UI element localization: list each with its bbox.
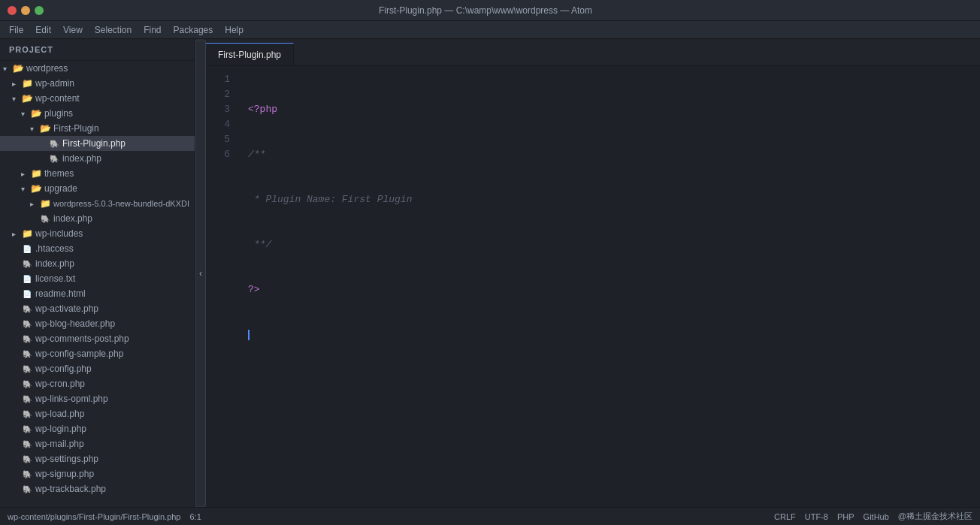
- tree-label-wp-mail: wp-mail.php: [35, 439, 84, 449]
- php-file-icon-1: 🐘: [48, 137, 60, 149]
- tree-label-wp-load: wp-load.php: [35, 409, 84, 419]
- php-file-icon-4: 🐘: [21, 258, 33, 270]
- tree-item-wp-mail[interactable]: 🐘 wp-mail.php: [0, 436, 195, 451]
- tree-item-wp-activate[interactable]: 🐘 wp-activate.php: [0, 301, 195, 316]
- php-file-icon-17: 🐘: [21, 483, 33, 495]
- tree-item-wp-includes[interactable]: 📁 wp-includes: [0, 226, 195, 241]
- sidebar-header: Project: [0, 39, 195, 61]
- tab-label-first-plugin: First-Plugin.php: [218, 50, 281, 60]
- main-area: Project 📂 wordpress 📁 wp-admin 📂: [0, 39, 980, 507]
- collapse-sidebar-button[interactable]: ‹: [195, 39, 206, 507]
- tree-item-index-php-2[interactable]: 🐘 index.php: [0, 211, 195, 226]
- tree-item-plugins[interactable]: 📂 plugins: [0, 106, 195, 121]
- php-file-icon-8: 🐘: [21, 348, 33, 360]
- code-line-4: **/: [248, 237, 974, 252]
- tree-label-wp-cron: wp-cron.php: [35, 379, 85, 389]
- htaccess-icon: 📄: [21, 243, 33, 255]
- tree-label-index-php-1: index.php: [62, 153, 101, 164]
- tree-label-first-plugin-folder: First-Plugin: [53, 123, 99, 134]
- tree-label-wp-settings: wp-settings.php: [35, 454, 98, 464]
- menu-help[interactable]: Help: [219, 23, 250, 37]
- tree-item-wordpress-bundle[interactable]: 📁 wordpress-5.0.3-new-bundled-dKXDI: [0, 196, 195, 211]
- tree-label-wp-trackback: wp-trackback.php: [35, 484, 106, 494]
- code-area[interactable]: <?php /** * Plugin Name: First Plugin **…: [236, 66, 980, 507]
- sidebar-tree[interactable]: 📂 wordpress 📁 wp-admin 📂 wp-content: [0, 61, 195, 507]
- tab-first-plugin[interactable]: First-Plugin.php: [206, 43, 294, 65]
- php-file-icon-9: 🐘: [21, 363, 33, 375]
- tree-item-wp-cron[interactable]: 🐘 wp-cron.php: [0, 376, 195, 391]
- tree-label-wordpress-bundle: wordpress-5.0.3-new-bundled-dKXDI: [53, 199, 189, 208]
- statusbar-position: 6:1: [190, 512, 201, 521]
- folder-open-icon-upgrade: 📂: [30, 183, 42, 195]
- folder-open-icon-first-plugin: 📂: [39, 122, 51, 134]
- tree-item-wp-load[interactable]: 🐘 wp-load.php: [0, 406, 195, 421]
- editor[interactable]: 1 2 3 4 5 6 <?php /** * Plugin Name: Fir…: [206, 66, 980, 507]
- line-num-1: 1: [218, 72, 230, 87]
- close-button[interactable]: [8, 6, 17, 15]
- folder-icon-wordpress-bundle: 📁: [39, 198, 51, 210]
- statusbar-encoding: UTF-8: [805, 512, 828, 521]
- tree-item-wp-signup[interactable]: 🐘 wp-signup.php: [0, 466, 195, 481]
- editor-container: First-Plugin.php 1 2 3 4 5 6 <?php /** *…: [206, 39, 980, 507]
- php-file-icon-16: 🐘: [21, 468, 33, 480]
- tree-item-index-php-3[interactable]: 🐘 index.php: [0, 256, 195, 271]
- statusbar-left: wp-content/plugins/First-Plugin/First-Pl…: [8, 512, 201, 521]
- statusbar-github[interactable]: GitHub: [864, 512, 889, 521]
- menu-edit[interactable]: Edit: [29, 23, 57, 37]
- tree-label-wp-config-sample: wp-config-sample.php: [35, 348, 123, 359]
- menu-file[interactable]: File: [3, 23, 29, 37]
- line-num-3: 3: [218, 102, 230, 117]
- code-line-5: ?>: [248, 282, 974, 297]
- menu-view[interactable]: View: [57, 23, 89, 37]
- tree-label-index-php-3: index.php: [35, 258, 74, 269]
- html-file-icon: 📄: [21, 288, 33, 300]
- tree-item-wp-config[interactable]: 🐘 wp-config.php: [0, 361, 195, 376]
- tree-label-wp-comments-post: wp-comments-post.php: [35, 333, 129, 344]
- tree-item-wp-settings[interactable]: 🐘 wp-settings.php: [0, 451, 195, 466]
- tree-label-index-php-2: index.php: [53, 213, 92, 224]
- menubar: File Edit View Selection Find Packages H…: [0, 21, 980, 39]
- maximize-button[interactable]: [35, 6, 44, 15]
- php-file-icon-15: 🐘: [21, 453, 33, 465]
- tree-label-wp-activate: wp-activate.php: [35, 303, 98, 314]
- line-num-6: 6: [218, 147, 230, 162]
- tree-item-wp-comments-post[interactable]: 🐘 wp-comments-post.php: [0, 331, 195, 346]
- tree-item-upgrade[interactable]: 📂 upgrade: [0, 181, 195, 196]
- titlebar-controls[interactable]: [8, 6, 44, 15]
- tree-item-wp-links-opml[interactable]: 🐘 wp-links-opml.php: [0, 391, 195, 406]
- tree-item-wp-blog-header[interactable]: 🐘 wp-blog-header.php: [0, 316, 195, 331]
- code-line-2: /**: [248, 147, 974, 162]
- tree-item-wp-login[interactable]: 🐘 wp-login.php: [0, 421, 195, 436]
- sidebar: Project 📂 wordpress 📁 wp-admin 📂: [0, 39, 195, 507]
- window-title: First-Plugin.php — C:\wamp\www\wordpress…: [44, 5, 927, 16]
- tree-label-wp-blog-header: wp-blog-header.php: [35, 318, 115, 329]
- tree-item-themes[interactable]: 📁 themes: [0, 166, 195, 181]
- tree-item-wp-content[interactable]: 📂 wp-content: [0, 91, 195, 106]
- tree-item-first-plugin-folder[interactable]: 📂 First-Plugin: [0, 121, 195, 136]
- tree-item-first-plugin-php[interactable]: 🐘 First-Plugin.php: [0, 136, 195, 151]
- statusbar-path: wp-content/plugins/First-Plugin/First-Pl…: [8, 512, 181, 521]
- minimize-button[interactable]: [21, 6, 30, 15]
- tree-item-wp-trackback[interactable]: 🐘 wp-trackback.php: [0, 481, 195, 496]
- arrow-upgrade: [21, 183, 30, 194]
- arrow-first-plugin: [30, 123, 39, 134]
- tree-item-license-txt[interactable]: 📄 license.txt: [0, 271, 195, 286]
- folder-icon-wp-includes: 📁: [21, 228, 33, 240]
- txt-file-icon: 📄: [21, 273, 33, 285]
- collapse-icon: ‹: [199, 268, 202, 279]
- tree-label-wp-admin: wp-admin: [35, 78, 74, 89]
- menu-packages[interactable]: Packages: [168, 23, 219, 37]
- tree-item-htaccess[interactable]: 📄 .htaccess: [0, 241, 195, 256]
- sidebar-wrapper: Project 📂 wordpress 📁 wp-admin 📂: [0, 39, 206, 507]
- php-file-icon-14: 🐘: [21, 438, 33, 450]
- statusbar-line-ending: CRLF: [774, 512, 796, 521]
- tree-item-index-php-1[interactable]: 🐘 index.php: [0, 151, 195, 166]
- tree-item-wp-admin[interactable]: 📁 wp-admin: [0, 76, 195, 91]
- menu-selection[interactable]: Selection: [89, 23, 138, 37]
- tree-item-readme-html[interactable]: 📄 readme.html: [0, 286, 195, 301]
- tree-item-wp-config-sample[interactable]: 🐘 wp-config-sample.php: [0, 346, 195, 361]
- menu-find[interactable]: Find: [138, 23, 167, 37]
- tree-item-wordpress[interactable]: 📂 wordpress: [0, 61, 195, 76]
- tree-label-htaccess: .htaccess: [35, 243, 74, 254]
- arrow-plugins: [21, 108, 30, 119]
